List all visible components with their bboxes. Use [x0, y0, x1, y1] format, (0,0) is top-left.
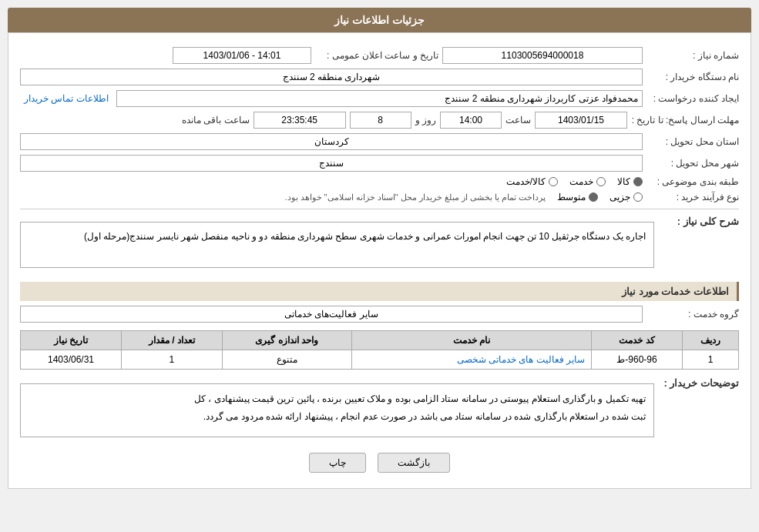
table-row: 1960-96-طسایر فعالیت های خدماتی شخصیمتنو… — [21, 350, 739, 370]
col-qty: تعداد / مقدار — [122, 331, 223, 350]
col-unit: واحد اندازه گیری — [222, 331, 351, 350]
tabaqeBandi-label: طبقه بندی موضوعی : — [646, 176, 739, 187]
geroheKhadamat-label: گروه خدمت : — [646, 309, 739, 320]
radio-motavaset-icon — [589, 192, 598, 202]
ostan-label: استان محل تحویل : — [646, 136, 739, 147]
mohlatRooz-value: 8 — [350, 112, 411, 129]
geroheKhadamat-value: سایر فعالیت‌های خدماتی — [20, 306, 643, 323]
page-title: جزئیات اطلاعات نیاز — [334, 14, 425, 26]
farayand-motavaset[interactable]: متوسط — [557, 192, 598, 202]
farayand-jozi[interactable]: جزیی — [610, 192, 643, 202]
tabaqe-kala-khadamat-label: کالا/خدمت — [506, 176, 546, 187]
tarikheAelan-label: تاریخ و ساعت اعلان عمومی : — [315, 50, 438, 61]
mohlatErsal-label: مهلت ارسال پاسخ: تا تاریخ : — [631, 115, 739, 125]
farayand-motavaset-label: متوسط — [557, 192, 586, 202]
shomareNiaz-value: 1103005694000018 — [442, 47, 643, 64]
khadamat-section-header: اطلاعات خدمات مورد نیاز — [20, 282, 739, 301]
services-table: ردیف کد خدمت نام خدمت واحد اندازه گیری ت… — [20, 330, 739, 370]
mohlatSaatBaqi-label: ساعت باقی مانده — [182, 115, 250, 125]
sharhKoli-text: اجاره یک دستگاه جرثقیل 10 تن جهت انجام ا… — [20, 222, 654, 268]
noeFarayand-note: پرداخت تمام یا بخشی از مبلغ خریدار محل "… — [284, 192, 546, 202]
mohlatSaatBaqi-value: 23:35:45 — [254, 112, 346, 129]
radio-khadamat-icon — [596, 177, 606, 186]
ijadKonande-value: محمدفواد عزتی کاربرداز شهرداری منطقه 2 س… — [116, 90, 643, 107]
header-bar: جزئیات اطلاعات نیاز — [8, 8, 751, 32]
table-cell: سایر فعالیت های خدماتی شخصی — [351, 350, 592, 370]
tabaqe-kala[interactable]: کالا — [617, 176, 643, 187]
ijadKonande-link[interactable]: اطلاعات تماس خریدار — [20, 93, 113, 104]
mohlatSaat-label: ساعت — [505, 115, 531, 125]
shahr-label: شهر محل تحویل : — [646, 158, 739, 169]
tabaqe-kala-khadamat[interactable]: کالا/خدمت — [506, 176, 558, 187]
tosihKharidar-label: توضیحات خریدار : — [662, 377, 739, 389]
namDastgah-value: شهرداری منطقه 2 سنندج — [20, 69, 643, 85]
radio-jozi-icon — [633, 192, 643, 202]
mohlatSaat-value: 14:00 — [440, 112, 502, 129]
table-cell: 960-96-ط — [592, 350, 683, 370]
tabaqe-khadamat[interactable]: خدمت — [569, 176, 606, 187]
noeFarayand-group: جزیی متوسط — [557, 192, 643, 202]
col-radif: ردیف — [682, 331, 738, 350]
ostan-value: کردستان — [20, 133, 643, 150]
table-cell: 1403/06/31 — [21, 350, 122, 370]
table-cell: متنوع — [222, 350, 351, 370]
table-cell: 1 — [682, 350, 738, 370]
table-cell: 1 — [122, 350, 223, 370]
tarikheAelan-value: 1403/01/06 - 14:01 — [173, 47, 311, 64]
farayand-jozi-label: جزیی — [610, 192, 630, 202]
mohlatDate-value: 1403/01/15 — [535, 112, 627, 129]
shomareNiaz-label: شماره نیاز : — [646, 50, 739, 61]
mohlatRooz-label: روز و — [415, 115, 436, 125]
col-date: تاریخ نیاز — [21, 331, 122, 350]
radio-kala-khadamat-icon — [549, 177, 558, 186]
tabaqe-khadamat-label: خدمت — [569, 176, 593, 187]
print-button[interactable]: چاپ — [309, 453, 366, 473]
tosihKharidar-text: تهیه تکمیل و بارگذاری استعلام پیوستی در … — [20, 383, 654, 437]
tabaqe-kala-label: کالا — [617, 176, 630, 187]
sharhKoli-label: شرح کلی نیاز : — [662, 216, 739, 227]
services-table-section: ردیف کد خدمت نام خدمت واحد اندازه گیری ت… — [20, 330, 739, 370]
col-name: نام خدمت — [351, 331, 592, 350]
buttons-row: بازگشت چاپ — [20, 453, 739, 480]
ijadKonande-label: ایجاد کننده درخواست : — [646, 93, 739, 104]
tosih-line2: ثبت شده در استعلام بارگذاری شده در سامان… — [29, 408, 646, 426]
radio-kala-icon — [633, 177, 643, 186]
back-button[interactable]: بازگشت — [378, 453, 450, 473]
shahr-value: سنندج — [20, 155, 643, 172]
noeFarayand-label: نوع فرآیند خرید : — [646, 192, 739, 202]
col-code: کد خدمت — [592, 331, 683, 350]
namDastgah-label: نام دستگاه خریدار : — [646, 72, 739, 82]
tabaqe-group: کالا خدمت کالا/خدمت — [506, 176, 643, 187]
tosih-line1: تهیه تکمیل و بارگذاری استعلام پیوستی در … — [29, 390, 646, 408]
